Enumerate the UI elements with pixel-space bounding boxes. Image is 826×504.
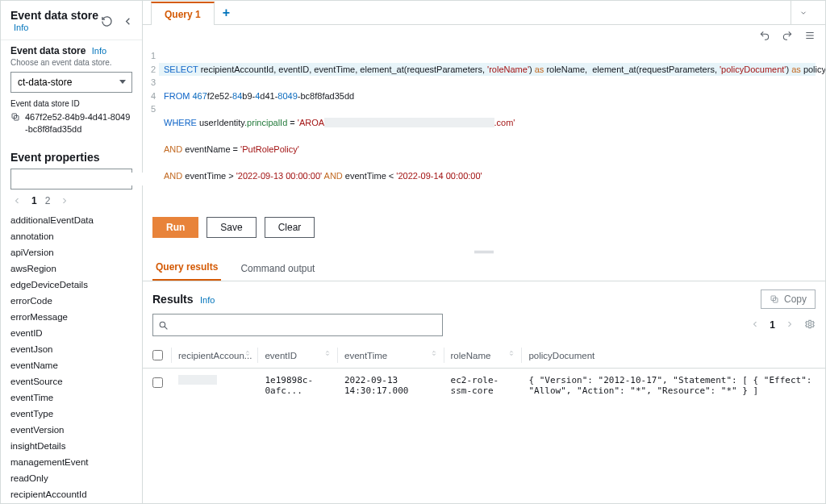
properties-search-input[interactable] [21,173,145,185]
datastore-block: Event data store Info Choose an event da… [1,40,142,144]
prop-item[interactable]: eventType [10,406,132,422]
sidebar-info-link[interactable]: Info [14,23,28,32]
results-settings-icon[interactable] [804,319,816,332]
col-policydocument[interactable]: policyDocument [522,343,825,369]
tab-query-1[interactable]: Query 1 [151,2,215,25]
refresh-icon[interactable] [100,15,113,27]
svg-point-11 [808,323,811,326]
redo-icon[interactable] [782,30,793,44]
prop-item[interactable]: readOnly [10,470,132,486]
sidebar-header: Event data store Info [1,1,142,40]
select-all-checkbox[interactable] [152,350,163,360]
tabs-bar: Query 1 + [143,1,825,25]
results-page-number: 1 [770,319,775,331]
results-subtabs: Query results Command output [143,256,825,281]
subtab-query-results[interactable]: Query results [152,255,221,281]
prop-item[interactable]: recipientAccountId [10,486,132,502]
clear-button[interactable]: Clear [265,217,315,238]
properties-page-1[interactable]: 1 [31,195,37,206]
prop-item[interactable]: errorMessage [10,309,132,325]
main: Query 1 + 12345 SELECT recipientAccountI… [143,1,825,503]
editor-action-row: Run Save Clear [143,217,825,248]
results-filter-row: 1 [143,314,825,343]
prop-item[interactable]: eventName [10,357,132,373]
tab-query-1-label: Query 1 [165,9,201,20]
results-bar: Results Info Copy [143,281,825,314]
editor-gutter: 12345 [143,49,159,209]
copy-results-button[interactable]: Copy [761,289,816,309]
prop-item[interactable]: errorCode [10,293,132,309]
properties-list: additionalEventData annotation apiVersio… [1,212,142,504]
properties-prev-icon[interactable] [10,194,23,207]
cell-eventtime: 2022-09-13 14:30:17.000 [338,369,444,403]
copy-results-label: Copy [784,294,807,305]
prop-item[interactable]: eventVersion [10,422,132,438]
save-button[interactable]: Save [206,217,256,238]
properties-page-2[interactable]: 2 [45,195,51,206]
datastore-hint: Choose an event data store. [10,58,132,67]
datastore-section-title: Event data store [10,45,86,56]
results-table: recipientAccoun... eventID eventTime rol… [143,343,825,402]
prop-item[interactable]: apiVersion [10,244,132,260]
results-next-icon[interactable] [785,319,795,331]
tabs-menu-button[interactable] [791,1,816,25]
datastore-id-label: Event data store ID [10,99,132,108]
prop-item[interactable]: additionalEventData [10,212,132,228]
results-info-link[interactable]: Info [200,295,215,305]
col-recipientaccountid[interactable]: recipientAccoun... [172,343,258,369]
table-row[interactable]: 1e19898c-0afc... 2022-09-13 14:30:17.000… [143,369,825,403]
prop-item[interactable]: insightDetails [10,438,132,454]
datastore-select[interactable]: ct-data-store [10,72,132,93]
editor-code[interactable]: SELECT recipientAccountId, eventID, even… [159,49,825,209]
cell-eventid: 1e19898c-0afc... [258,369,338,403]
prop-item[interactable]: eventSource [10,373,132,389]
properties-pager: 1 2 [1,190,142,212]
prop-item[interactable]: awsRegion [10,260,132,277]
sidebar-title: Event data store [10,9,98,22]
col-rolename[interactable]: roleName [444,343,523,369]
properties-search[interactable] [10,169,132,190]
properties-next-icon[interactable] [58,194,71,207]
event-properties-title: Event properties [1,144,142,169]
cell-recipientaccountid [178,375,217,385]
sql-editor[interactable]: 12345 SELECT recipientAccountId, eventID… [143,49,825,217]
copy-id-icon[interactable] [10,111,20,125]
add-tab-button[interactable]: + [215,6,238,20]
cell-policydocument: { "Version": "2012-10-17", "Statement": … [522,369,825,403]
prop-item[interactable]: edgeDeviceDetails [10,277,132,293]
svg-point-9 [160,322,165,327]
cell-rolename: ec2-role-ssm-core [444,369,523,403]
prop-item[interactable]: eventID [10,325,132,341]
subtab-command-output[interactable]: Command output [237,256,318,281]
datastore-id-value: 467f2e52-84b9-4d41-8049-bc8f8fad35dd [25,111,132,136]
results-title: Results [152,293,194,306]
prop-item[interactable]: eventTime [10,389,132,406]
svg-line-10 [165,327,167,329]
editor-toolbar [143,25,825,49]
col-eventtime[interactable]: eventTime [338,343,444,369]
collapse-sidebar-icon[interactable] [121,15,134,27]
row-checkbox[interactable] [152,377,163,388]
prop-item[interactable]: managementEvent [10,454,132,470]
results-search-input[interactable] [173,319,437,331]
sidebar: Event data store Info Event data store I… [1,1,143,503]
run-button[interactable]: Run [152,217,198,238]
col-eventid[interactable]: eventID [258,343,338,369]
undo-icon[interactable] [759,30,770,44]
prop-item[interactable]: eventJson [10,341,132,357]
results-search[interactable] [152,314,443,336]
pane-resize-handle[interactable] [143,248,825,256]
results-prev-icon[interactable] [750,319,760,331]
prop-item[interactable]: annotation [10,228,132,244]
editor-settings-icon[interactable] [804,30,816,44]
datastore-info-link[interactable]: Info [92,46,106,56]
